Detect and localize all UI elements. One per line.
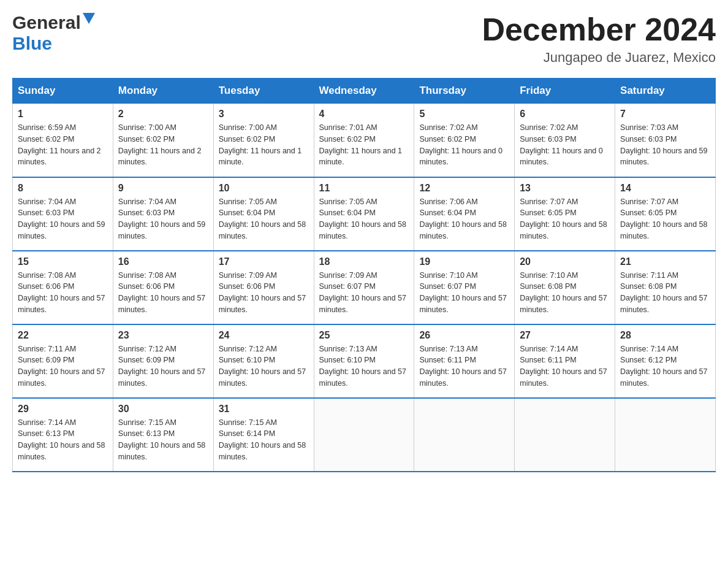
sunrise-label: Sunrise: 7:15 AM xyxy=(219,418,277,427)
sunset-label: Sunset: 6:07 PM xyxy=(419,282,476,291)
day-number: 29 xyxy=(18,404,108,415)
day-info: Sunrise: 7:07 AMSunset: 6:05 PMDaylight:… xyxy=(520,196,610,242)
day-info: Sunrise: 7:12 AMSunset: 6:10 PMDaylight:… xyxy=(219,343,309,389)
sunrise-label: Sunrise: 7:02 AM xyxy=(419,123,477,132)
daylight-label: Daylight: 10 hours and 58 minutes. xyxy=(118,441,205,461)
day-info: Sunrise: 7:14 AMSunset: 6:11 PMDaylight:… xyxy=(520,343,610,389)
sunset-label: Sunset: 6:10 PM xyxy=(219,356,275,364)
day-number: 21 xyxy=(620,256,710,267)
calendar-day-cell: 29Sunrise: 7:14 AMSunset: 6:13 PMDayligh… xyxy=(13,398,113,472)
sunrise-label: Sunrise: 7:14 AM xyxy=(18,418,76,427)
sunset-label: Sunset: 6:06 PM xyxy=(18,282,74,291)
day-number: 9 xyxy=(118,183,208,194)
day-number: 3 xyxy=(219,109,309,120)
logo: General Blue xyxy=(12,12,95,54)
day-info: Sunrise: 7:02 AMSunset: 6:03 PMDaylight:… xyxy=(520,122,610,168)
calendar-day-cell: 3Sunrise: 7:00 AMSunset: 6:02 PMDaylight… xyxy=(213,104,314,177)
page-header: General Blue December 2024 Jungapeo de J… xyxy=(12,12,716,66)
sunrise-label: Sunrise: 7:05 AM xyxy=(319,197,377,206)
sunset-label: Sunset: 6:05 PM xyxy=(620,209,677,217)
day-number: 31 xyxy=(219,404,309,415)
day-number: 15 xyxy=(18,256,108,267)
sunrise-label: Sunrise: 7:09 AM xyxy=(319,271,377,280)
sunset-label: Sunset: 6:04 PM xyxy=(319,209,376,217)
day-info: Sunrise: 7:14 AMSunset: 6:13 PMDaylight:… xyxy=(18,417,108,463)
sunset-label: Sunset: 6:03 PM xyxy=(620,135,677,144)
sunrise-label: Sunrise: 7:13 AM xyxy=(419,345,477,353)
sunset-label: Sunset: 6:07 PM xyxy=(319,282,376,291)
calendar-day-cell: 20Sunrise: 7:10 AMSunset: 6:08 PMDayligh… xyxy=(515,251,615,324)
day-info: Sunrise: 7:09 AMSunset: 6:06 PMDaylight:… xyxy=(219,270,309,316)
day-info: Sunrise: 7:15 AMSunset: 6:14 PMDaylight:… xyxy=(219,417,309,463)
daylight-label: Daylight: 11 hours and 1 minute. xyxy=(219,147,302,167)
calendar-day-cell: 17Sunrise: 7:09 AMSunset: 6:06 PMDayligh… xyxy=(213,251,314,324)
day-number: 23 xyxy=(118,330,208,341)
day-info: Sunrise: 7:03 AMSunset: 6:03 PMDaylight:… xyxy=(620,122,710,168)
day-info: Sunrise: 7:10 AMSunset: 6:07 PMDaylight:… xyxy=(419,270,509,316)
day-number: 14 xyxy=(620,183,710,194)
calendar-day-cell: 14Sunrise: 7:07 AMSunset: 6:05 PMDayligh… xyxy=(615,177,716,251)
daylight-label: Daylight: 10 hours and 59 minutes. xyxy=(18,220,105,240)
sunset-label: Sunset: 6:05 PM xyxy=(520,209,576,217)
daylight-label: Daylight: 10 hours and 57 minutes. xyxy=(18,367,105,388)
calendar-day-cell: 12Sunrise: 7:06 AMSunset: 6:04 PMDayligh… xyxy=(414,177,515,251)
daylight-label: Daylight: 10 hours and 58 minutes. xyxy=(620,220,707,240)
day-number: 24 xyxy=(219,330,309,341)
sunset-label: Sunset: 6:10 PM xyxy=(319,356,376,364)
calendar-day-cell: 10Sunrise: 7:05 AMSunset: 6:04 PMDayligh… xyxy=(213,177,314,251)
day-info: Sunrise: 7:14 AMSunset: 6:12 PMDaylight:… xyxy=(620,343,710,389)
day-info: Sunrise: 7:00 AMSunset: 6:02 PMDaylight:… xyxy=(219,122,309,168)
day-number: 8 xyxy=(18,183,108,194)
month-title: December 2024 xyxy=(482,12,716,47)
daylight-label: Daylight: 10 hours and 57 minutes. xyxy=(419,367,506,388)
calendar-day-cell: 13Sunrise: 7:07 AMSunset: 6:05 PMDayligh… xyxy=(515,177,615,251)
day-number: 4 xyxy=(319,109,409,120)
day-info: Sunrise: 7:06 AMSunset: 6:04 PMDaylight:… xyxy=(419,196,509,242)
sunset-label: Sunset: 6:03 PM xyxy=(118,209,175,217)
calendar-day-cell: 27Sunrise: 7:14 AMSunset: 6:11 PMDayligh… xyxy=(515,324,615,398)
title-area: December 2024 Jungapeo de Juarez, Mexico xyxy=(482,12,716,66)
sunrise-label: Sunrise: 7:04 AM xyxy=(118,197,176,206)
sunset-label: Sunset: 6:13 PM xyxy=(18,429,74,438)
calendar-header-row: SundayMondayTuesdayWednesdayThursdayFrid… xyxy=(13,79,716,104)
calendar-day-cell: 11Sunrise: 7:05 AMSunset: 6:04 PMDayligh… xyxy=(314,177,414,251)
day-info: Sunrise: 7:11 AMSunset: 6:08 PMDaylight:… xyxy=(620,270,710,316)
sunrise-label: Sunrise: 6:59 AM xyxy=(18,123,76,132)
calendar-day-cell: 31Sunrise: 7:15 AMSunset: 6:14 PMDayligh… xyxy=(213,398,314,472)
sunset-label: Sunset: 6:11 PM xyxy=(419,356,476,364)
sunset-label: Sunset: 6:02 PM xyxy=(419,135,476,144)
daylight-label: Daylight: 10 hours and 57 minutes. xyxy=(520,294,607,314)
day-info: Sunrise: 6:59 AMSunset: 6:02 PMDaylight:… xyxy=(18,122,108,168)
weekday-header-friday: Friday xyxy=(515,79,615,104)
day-number: 30 xyxy=(118,404,208,415)
day-info: Sunrise: 7:13 AMSunset: 6:10 PMDaylight:… xyxy=(319,343,409,389)
day-number: 26 xyxy=(419,330,509,341)
sunset-label: Sunset: 6:13 PM xyxy=(118,429,175,438)
sunrise-label: Sunrise: 7:00 AM xyxy=(118,123,176,132)
svg-marker-0 xyxy=(83,13,95,24)
day-info: Sunrise: 7:10 AMSunset: 6:08 PMDaylight:… xyxy=(520,270,610,316)
daylight-label: Daylight: 10 hours and 57 minutes. xyxy=(620,367,707,388)
sunset-label: Sunset: 6:12 PM xyxy=(620,356,677,364)
calendar-day-cell xyxy=(515,398,615,472)
logo-general-text: General xyxy=(12,12,81,33)
daylight-label: Daylight: 11 hours and 1 minute. xyxy=(319,147,403,167)
sunrise-label: Sunrise: 7:14 AM xyxy=(520,345,578,353)
day-number: 12 xyxy=(419,183,509,194)
sunset-label: Sunset: 6:09 PM xyxy=(18,356,74,364)
day-info: Sunrise: 7:08 AMSunset: 6:06 PMDaylight:… xyxy=(18,270,108,316)
calendar-day-cell: 28Sunrise: 7:14 AMSunset: 6:12 PMDayligh… xyxy=(615,324,716,398)
calendar-week-row: 8Sunrise: 7:04 AMSunset: 6:03 PMDaylight… xyxy=(13,177,716,251)
daylight-label: Daylight: 11 hours and 2 minutes. xyxy=(118,147,202,167)
calendar-day-cell: 16Sunrise: 7:08 AMSunset: 6:06 PMDayligh… xyxy=(113,251,213,324)
daylight-label: Daylight: 10 hours and 58 minutes. xyxy=(419,220,506,240)
sunset-label: Sunset: 6:03 PM xyxy=(520,135,576,144)
sunrise-label: Sunrise: 7:13 AM xyxy=(319,345,377,353)
sunrise-label: Sunrise: 7:14 AM xyxy=(620,345,678,353)
calendar-day-cell: 21Sunrise: 7:11 AMSunset: 6:08 PMDayligh… xyxy=(615,251,716,324)
calendar-day-cell: 30Sunrise: 7:15 AMSunset: 6:13 PMDayligh… xyxy=(113,398,213,472)
weekday-header-monday: Monday xyxy=(113,79,213,104)
sunset-label: Sunset: 6:08 PM xyxy=(520,282,576,291)
day-info: Sunrise: 7:08 AMSunset: 6:06 PMDaylight:… xyxy=(118,270,208,316)
daylight-label: Daylight: 10 hours and 57 minutes. xyxy=(319,294,406,314)
